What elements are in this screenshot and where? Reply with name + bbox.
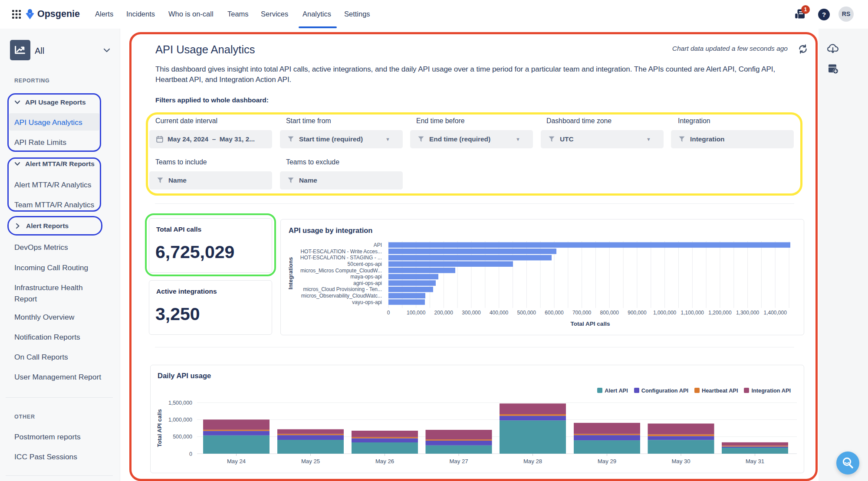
svg-text:100,000: 100,000	[407, 310, 426, 316]
svg-text:May 24: May 24	[227, 458, 246, 465]
svg-text:1,000,000: 1,000,000	[653, 310, 677, 316]
svg-text:500,000: 500,000	[517, 310, 536, 316]
svg-text:May 26: May 26	[375, 458, 394, 465]
svg-text:Total API calls: Total API calls	[571, 321, 610, 327]
svg-text:May 25: May 25	[301, 458, 320, 465]
svg-text:May 27: May 27	[449, 458, 468, 465]
svg-text:HOT-ESCALATION - Write Acces..: HOT-ESCALATION - Write Acces...	[300, 249, 382, 255]
svg-text:0: 0	[189, 451, 192, 457]
svg-text:1,100,000: 1,100,000	[681, 310, 704, 316]
svg-text:800,000: 800,000	[600, 310, 619, 316]
svg-text:1,200,000: 1,200,000	[708, 310, 732, 316]
svg-text:1,400,000: 1,400,000	[764, 310, 787, 316]
svg-text:May 31: May 31	[746, 458, 764, 465]
svg-text:0: 0	[387, 310, 390, 316]
svg-text:May 29: May 29	[598, 458, 616, 465]
svg-text:300,000: 300,000	[462, 310, 481, 316]
svg-text:micros_Observability_CloudWatc: micros_Observability_CloudWatc...	[301, 293, 382, 299]
svg-text:HOT-ESCALATION - STAGING - ...: HOT-ESCALATION - STAGING - ...	[300, 255, 382, 261]
svg-text:900,000: 900,000	[628, 310, 647, 316]
svg-text:1,300,000: 1,300,000	[736, 310, 760, 316]
svg-text:micros_Cloud Provisioning - Te: micros_Cloud Provisioning - Ten...	[303, 286, 382, 292]
svg-text:700,000: 700,000	[572, 310, 592, 316]
svg-text:400,000: 400,000	[490, 310, 509, 316]
svg-text:maya-ops-api: maya-ops-api	[350, 274, 382, 280]
svg-text:1,000,000: 1,000,000	[168, 417, 192, 423]
svg-text:600,000: 600,000	[545, 310, 564, 316]
svg-text:vayu-ops-api: vayu-ops-api	[352, 299, 382, 305]
svg-text:200,000: 200,000	[434, 310, 454, 316]
svg-text:500,000: 500,000	[173, 434, 192, 440]
svg-text:50cent-ops-api: 50cent-ops-api	[348, 261, 382, 267]
svg-text:May 30: May 30	[671, 458, 690, 465]
svg-text:Total API calls: Total API calls	[156, 409, 163, 447]
svg-text:micros_Micros Compute_CloudW..: micros_Micros Compute_CloudW...	[300, 268, 382, 274]
svg-text:Integrations: Integrations	[287, 257, 294, 289]
svg-text:API: API	[374, 242, 382, 248]
svg-text:1,500,000: 1,500,000	[168, 400, 192, 406]
svg-text:May 28: May 28	[523, 458, 542, 465]
svg-text:agni-ops-api: agni-ops-api	[353, 280, 382, 286]
